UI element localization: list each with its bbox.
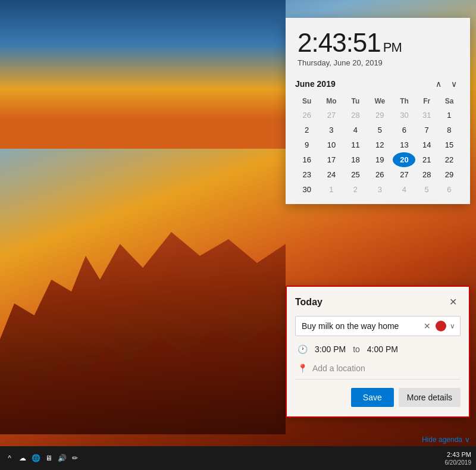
calendar-day-cell[interactable]: 30 bbox=[295, 182, 318, 197]
time-to-label: to bbox=[353, 344, 360, 354]
taskbar-chevron-icon[interactable]: ^ bbox=[5, 453, 14, 463]
clock-calendar-panel: 2:43:51PM Thursday, June 20, 2019 June 2… bbox=[286, 18, 470, 204]
calendar-day-cell[interactable]: 27 bbox=[393, 167, 415, 182]
calendar-header: June 2019 ∧ ∨ bbox=[295, 78, 461, 90]
sky-gradient bbox=[0, 0, 286, 149]
calendar-day-cell[interactable]: 1 bbox=[318, 182, 344, 197]
taskbar-right: 2:43 PM 6/20/2019 bbox=[445, 450, 472, 465]
calendar-day-cell[interactable]: 22 bbox=[438, 152, 461, 167]
calendar-next-button[interactable]: ∨ bbox=[447, 78, 461, 90]
calendar-day-cell[interactable]: 4 bbox=[393, 182, 415, 197]
calendar-day-cell[interactable]: 4 bbox=[345, 123, 367, 137]
calendar-day-cell[interactable]: 17 bbox=[318, 152, 344, 167]
event-end-time[interactable]: 4:00 PM bbox=[365, 343, 400, 355]
hide-agenda-chevron-icon: ∨ bbox=[465, 435, 470, 444]
calendar-day-cell[interactable]: 11 bbox=[345, 137, 367, 152]
calendar-day-cell[interactable]: 28 bbox=[415, 167, 438, 182]
calendar-day-cell[interactable]: 29 bbox=[438, 167, 461, 182]
calendar-day-cell[interactable]: 1 bbox=[438, 108, 461, 123]
taskbar-date: 6/20/2019 bbox=[445, 459, 472, 466]
calendar-prev-button[interactable]: ∧ bbox=[432, 78, 445, 90]
calendar-day-cell[interactable]: 16 bbox=[295, 152, 318, 167]
calendar-day-cell[interactable]: 26 bbox=[367, 167, 393, 182]
taskbar-left: ^ ☁ 🌐 🖥 🔊 ✏ bbox=[5, 453, 80, 463]
calendar-day-cell[interactable]: 10 bbox=[318, 137, 344, 152]
calendar-day-cell[interactable]: 6 bbox=[393, 123, 415, 137]
calendar-day-cell[interactable]: 3 bbox=[367, 182, 393, 197]
clock-section: 2:43:51PM Thursday, June 20, 2019 bbox=[286, 18, 470, 73]
calendar-day-cell[interactable]: 13 bbox=[393, 137, 415, 152]
calendar-day-cell[interactable]: 31 bbox=[415, 108, 438, 123]
taskbar-volume-icon[interactable]: 🔊 bbox=[57, 453, 67, 463]
event-popup: Today ✕ ✕ ∨ 🕐 3:00 PM to 4:00 PM 📍 Add a… bbox=[286, 286, 470, 418]
calendar-weekday: We bbox=[367, 95, 393, 108]
calendar-day-cell[interactable]: 30 bbox=[393, 108, 415, 123]
clock-icon: 🕐 bbox=[298, 344, 308, 354]
event-location-input[interactable]: Add a location bbox=[312, 364, 365, 373]
calendar-day-cell[interactable]: 2 bbox=[345, 182, 367, 197]
popup-buttons: Save More details bbox=[295, 388, 461, 407]
clock-ampm: PM bbox=[383, 40, 402, 55]
taskbar-desktop-icon[interactable]: 🖥 bbox=[44, 453, 54, 463]
calendar-day-cell[interactable]: 5 bbox=[367, 123, 393, 137]
event-title-row: ✕ ∨ bbox=[295, 316, 461, 336]
calendar-day-cell[interactable]: 20 bbox=[393, 152, 415, 167]
calendar-day-cell[interactable]: 12 bbox=[367, 137, 393, 152]
event-start-time[interactable]: 3:00 PM bbox=[312, 343, 348, 355]
calendar-day-cell[interactable]: 29 bbox=[367, 108, 393, 123]
calendar-day-cell[interactable]: 7 bbox=[415, 123, 438, 137]
event-color-chevron-icon[interactable]: ∨ bbox=[449, 322, 456, 330]
calendar-day-cell[interactable]: 3 bbox=[318, 123, 344, 137]
taskbar-pen-icon[interactable]: ✏ bbox=[70, 453, 80, 463]
calendar-day-cell[interactable]: 15 bbox=[438, 137, 461, 152]
calendar-nav: ∧ ∨ bbox=[432, 78, 461, 90]
calendar-day-cell[interactable]: 2 bbox=[295, 123, 318, 137]
taskbar-time: 2:43 PM bbox=[445, 450, 472, 459]
calendar-day-cell[interactable]: 5 bbox=[415, 182, 438, 197]
calendar-day-cell[interactable]: 23 bbox=[295, 167, 318, 182]
calendar-day-cell[interactable]: 18 bbox=[345, 152, 367, 167]
calendar-week-row: 30123456 bbox=[295, 182, 461, 197]
calendar-day-cell[interactable]: 25 bbox=[345, 167, 367, 182]
calendar-weekday: Sa bbox=[438, 95, 461, 108]
taskbar-wifi-icon[interactable]: 🌐 bbox=[31, 453, 40, 463]
event-title-input[interactable] bbox=[299, 317, 421, 336]
calendar-day-cell[interactable]: 8 bbox=[438, 123, 461, 137]
event-location-row: 📍 Add a location bbox=[295, 362, 461, 380]
taskbar-cloud-icon[interactable]: ☁ bbox=[18, 453, 27, 463]
calendar-section: June 2019 ∧ ∨ SuMoTuWeThFrSa 26272829303… bbox=[286, 73, 470, 204]
calendar-week-row: 23242526272829 bbox=[295, 167, 461, 182]
calendar-week-row: 2627282930311 bbox=[295, 108, 461, 123]
calendar-weekday: Mo bbox=[318, 95, 344, 108]
clock-display: 2:43:51PM bbox=[298, 30, 458, 56]
calendar-day-cell[interactable]: 19 bbox=[367, 152, 393, 167]
event-time-row: 🕐 3:00 PM to 4:00 PM bbox=[295, 342, 461, 356]
clock-date: Thursday, June 20, 2019 bbox=[298, 58, 458, 67]
calendar-day-cell[interactable]: 28 bbox=[345, 108, 367, 123]
calendar-month-year: June 2019 bbox=[295, 79, 336, 89]
popup-title: Today bbox=[295, 297, 322, 308]
taskbar: ^ ☁ 🌐 🖥 🔊 ✏ 2:43 PM 6/20/2019 bbox=[0, 446, 476, 470]
calendar-weekday: Fr bbox=[415, 95, 438, 108]
taskbar-clock[interactable]: 2:43 PM 6/20/2019 bbox=[445, 450, 472, 465]
calendar-weekdays-row: SuMoTuWeThFrSa bbox=[295, 95, 461, 108]
more-details-button[interactable]: More details bbox=[399, 388, 461, 407]
event-color-dot bbox=[436, 321, 446, 331]
calendar-day-cell[interactable]: 27 bbox=[318, 108, 344, 123]
calendar-day-cell[interactable]: 24 bbox=[318, 167, 344, 182]
save-button[interactable]: Save bbox=[351, 388, 394, 407]
calendar-day-cell[interactable]: 9 bbox=[295, 137, 318, 152]
calendar-weekday: Su bbox=[295, 95, 318, 108]
calendar-day-cell[interactable]: 21 bbox=[415, 152, 438, 167]
calendar-day-cell[interactable]: 26 bbox=[295, 108, 318, 123]
popup-close-button[interactable]: ✕ bbox=[446, 295, 461, 309]
calendar-grid: SuMoTuWeThFrSa 2627282930311234567891011… bbox=[295, 95, 461, 197]
hide-agenda-link[interactable]: Hide agenda ∨ bbox=[422, 435, 470, 444]
calendar-body: 2627282930311234567891011121314151617181… bbox=[295, 108, 461, 197]
calendar-day-cell[interactable]: 6 bbox=[438, 182, 461, 197]
calendar-day-cell[interactable]: 14 bbox=[415, 137, 438, 152]
calendar-weekday: Th bbox=[393, 95, 415, 108]
event-title-clear-button[interactable]: ✕ bbox=[421, 321, 433, 331]
location-icon: 📍 bbox=[298, 364, 308, 373]
clock-time-value: 2:43:51 bbox=[298, 28, 381, 57]
